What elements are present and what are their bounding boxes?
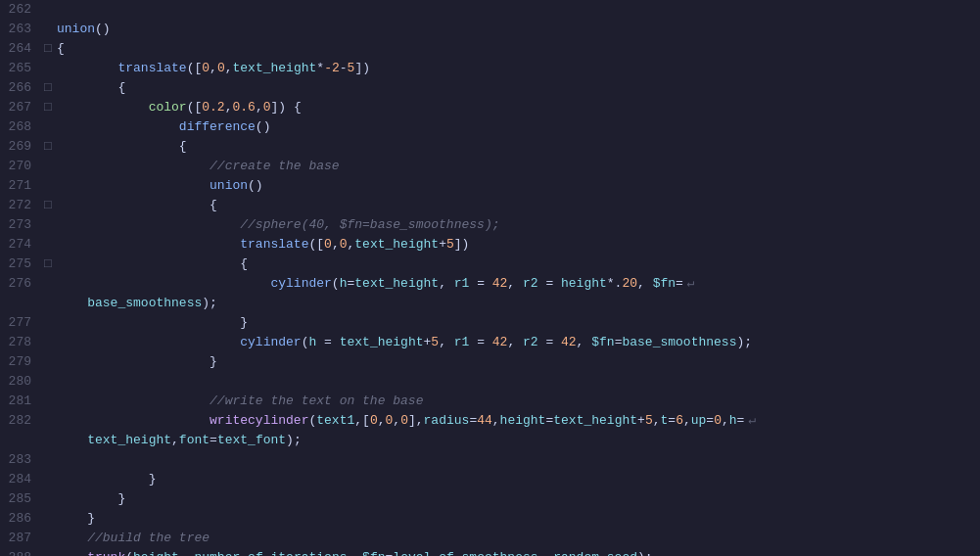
line-content: } (55, 489, 980, 509)
fold-indicator (41, 392, 55, 411)
code-line: 264□{ (0, 39, 980, 59)
line-number: 268 (0, 117, 41, 137)
fold-indicator (41, 470, 55, 489)
line-content: { (55, 255, 980, 274)
fold-indicator[interactable]: □ (41, 98, 55, 117)
fold-indicator (41, 313, 55, 333)
line-content: union() (55, 20, 980, 39)
code-line: 283 (0, 450, 980, 470)
line-number: 285 (0, 489, 41, 509)
code-line: 269□ { (0, 137, 980, 157)
code-line: 263 union() (0, 20, 980, 39)
line-number: 272 (0, 196, 41, 215)
line-content: } (55, 509, 980, 529)
line-number: 264 (0, 39, 41, 59)
line-number: 267 (0, 98, 41, 117)
line-number: 287 (0, 529, 41, 548)
line-content: union() (55, 176, 980, 196)
line-content: text_height,font=text_font); (55, 431, 980, 450)
code-line: 262 (0, 0, 980, 20)
line-content: base_smoothness); (55, 294, 980, 313)
fold-indicator (41, 509, 55, 529)
code-line: 287 //build the tree (0, 529, 980, 548)
fold-indicator[interactable]: □ (41, 39, 55, 59)
line-content: } (55, 313, 980, 333)
wrap-icon: ↵ (748, 413, 756, 428)
line-content: { (55, 137, 980, 157)
line-content: //create the base (55, 157, 980, 176)
code-line: 272□ { (0, 196, 980, 215)
line-number: 276 (0, 274, 41, 294)
code-line: 268 difference() (0, 117, 980, 137)
fold-indicator (41, 548, 55, 556)
code-line: 278 cylinder(h = text_height+5, r1 = 42,… (0, 333, 980, 352)
fold-indicator (41, 352, 55, 372)
line-number: 271 (0, 176, 41, 196)
fold-indicator[interactable]: □ (41, 78, 55, 98)
line-content: } (55, 352, 980, 372)
code-line: 267□ color([0.2,0.6,0]) { (0, 98, 980, 117)
line-content: translate([0,0,text_height+5]) (55, 235, 980, 255)
code-line: 274 translate([0,0,text_height+5]) (0, 235, 980, 255)
code-line: 288 trunk(height, number_of_iterations, … (0, 548, 980, 556)
fold-indicator[interactable]: □ (41, 137, 55, 157)
line-content: trunk(height, number_of_iterations, $fn=… (55, 548, 980, 556)
line-number: 279 (0, 352, 41, 372)
line-number: 273 (0, 215, 41, 235)
line-number: 263 (0, 20, 41, 39)
fold-indicator (41, 215, 55, 235)
line-content: { (55, 78, 980, 98)
fold-indicator (41, 333, 55, 352)
code-line: 273 //sphere(40, $fn=base_smoothness); (0, 215, 980, 235)
fold-indicator (41, 529, 55, 548)
line-number: 286 (0, 509, 41, 529)
code-line: 266□ { (0, 78, 980, 98)
code-line: 281 //write the text on the base (0, 392, 980, 411)
wrap-icon: ↵ (687, 276, 695, 291)
fold-indicator (41, 0, 55, 20)
line-number: 284 (0, 470, 41, 489)
fold-indicator (41, 20, 55, 39)
line-number: 282 (0, 411, 41, 431)
line-content: color([0.2,0.6,0]) { (55, 98, 980, 117)
fold-indicator (41, 176, 55, 196)
line-number: 288 (0, 548, 41, 556)
code-line: 282 writecylinder(text1,[0,0,0],radius=4… (0, 411, 980, 431)
fold-indicator (41, 274, 55, 294)
code-line: 279 } (0, 352, 980, 372)
fold-indicator (41, 450, 55, 470)
line-content: writecylinder(text1,[0,0,0],radius=44,he… (55, 411, 980, 431)
fold-indicator[interactable]: □ (41, 196, 55, 215)
fold-indicator (41, 372, 55, 392)
line-content: translate([0,0,text_height*-2-5]) (55, 59, 980, 78)
line-content: //write the text on the base (55, 392, 980, 411)
fold-indicator (41, 294, 55, 313)
code-line: 275□ { (0, 255, 980, 274)
code-line: 285 } (0, 489, 980, 509)
line-number: 283 (0, 450, 41, 470)
line-content: { (55, 39, 980, 59)
code-editor: 262 263 union()264□{265 translate([0,0,t… (0, 0, 980, 556)
fold-indicator[interactable]: □ (41, 255, 55, 274)
code-line: 265 translate([0,0,text_height*-2-5]) (0, 59, 980, 78)
fold-indicator (41, 489, 55, 509)
code-line: 286 } (0, 509, 980, 529)
code-line: text_height,font=text_font); (0, 431, 980, 450)
fold-indicator (41, 157, 55, 176)
line-content: difference() (55, 117, 980, 137)
line-content: } (55, 470, 980, 489)
code-line: 280 (0, 372, 980, 392)
line-content: //sphere(40, $fn=base_smoothness); (55, 215, 980, 235)
line-content: //build the tree (55, 529, 980, 548)
code-line: 270 //create the base (0, 157, 980, 176)
line-number: 277 (0, 313, 41, 333)
code-line: base_smoothness); (0, 294, 980, 313)
line-number: 269 (0, 137, 41, 157)
fold-indicator (41, 431, 55, 450)
line-number: 281 (0, 392, 41, 411)
line-number: 274 (0, 235, 41, 255)
line-content: cylinder(h = text_height+5, r1 = 42, r2 … (55, 333, 980, 352)
fold-indicator (41, 235, 55, 255)
line-number: 275 (0, 255, 41, 274)
code-line: 284 } (0, 470, 980, 489)
